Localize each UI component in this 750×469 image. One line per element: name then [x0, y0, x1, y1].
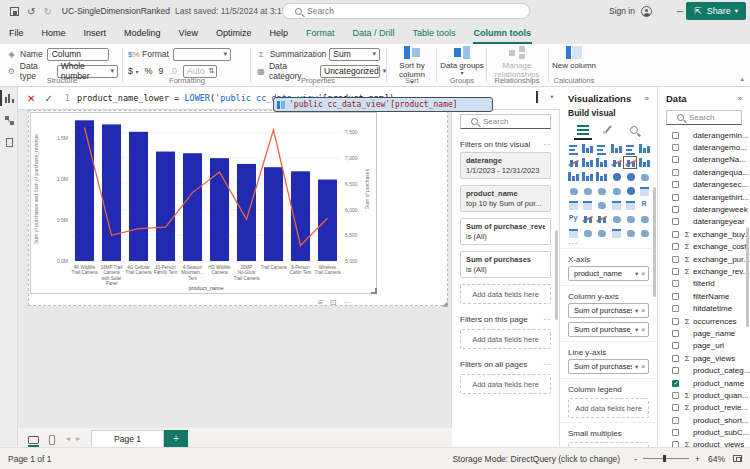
field-checkbox[interactable] — [672, 318, 679, 325]
field-row[interactable]: daterangeweek — [658, 203, 750, 215]
viz-type-icon-funnel-chart[interactable] — [580, 170, 594, 183]
field-checkbox[interactable] — [672, 429, 679, 436]
viz-type-icon-qa[interactable] — [609, 212, 623, 225]
viz-type-icon-azure-map[interactable] — [609, 184, 623, 197]
focus-mode-icon[interactable]: ⊡ — [330, 298, 337, 307]
menu-tab-column-tools[interactable]: Column tools — [465, 22, 541, 44]
field-checkbox[interactable] — [672, 194, 679, 201]
field-row[interactable]: product_short... — [658, 414, 750, 426]
visual-resize-handle[interactable] — [371, 288, 377, 294]
field-row[interactable]: Σproduct_revie... — [658, 402, 750, 414]
viz-type-icon-decomposition-tree[interactable] — [594, 212, 608, 225]
build-visual-icon[interactable] — [573, 122, 593, 138]
pill-chevron-icon[interactable]: ▾ — [635, 270, 638, 278]
manage-relationships-button[interactable]: Manage relationships — [488, 46, 546, 79]
field-row[interactable]: product_categ... — [658, 364, 750, 376]
menu-tab-help[interactable]: Help — [260, 22, 297, 44]
name-field[interactable] — [47, 48, 109, 61]
menu-tab-data-drill[interactable]: Data / Drill — [343, 22, 403, 44]
viz-type-icon-new-card[interactable] — [609, 226, 623, 239]
field-row[interactable]: filterId — [658, 278, 750, 290]
viz-type-icon-key-influencers[interactable] — [580, 212, 594, 225]
next-page-icon[interactable]: ▸ — [76, 434, 80, 443]
field-row[interactable]: hitdatetime — [658, 302, 750, 314]
redo-icon[interactable]: ↻ — [43, 6, 51, 17]
field-row[interactable]: product_name — [658, 377, 750, 389]
add-page-button[interactable]: + — [164, 430, 188, 447]
undo-icon[interactable]: ↺ — [27, 6, 35, 17]
field-row[interactable]: daterangemo... — [658, 141, 750, 153]
add-data-fields-dropzone[interactable]: Add data fields here — [568, 398, 649, 418]
zoom-slider[interactable] — [643, 458, 689, 459]
field-checkbox[interactable] — [672, 330, 679, 337]
field-checkbox[interactable] — [672, 144, 679, 151]
field-checkbox[interactable] — [672, 243, 679, 250]
data-scrollbar[interactable] — [746, 227, 749, 327]
menu-tab-table-tools[interactable]: Table tools — [404, 22, 465, 44]
menu-tab-view[interactable]: View — [170, 22, 207, 44]
report-view-button[interactable] — [0, 87, 18, 109]
field-pill[interactable]: product_name▾× — [568, 266, 649, 281]
more-visuals-icon[interactable]: ··· — [560, 239, 657, 248]
percent-button[interactable]: % — [145, 66, 153, 76]
collapse-ribbon-icon[interactable]: ▴ — [740, 75, 744, 83]
filters-search-input[interactable]: Search — [460, 114, 551, 129]
clear-filters-icon[interactable]: ··· — [543, 315, 551, 324]
viz-type-icon-kpi[interactable] — [580, 198, 594, 211]
pill-chevron-icon[interactable]: ▾ — [635, 363, 638, 371]
menu-tab-optimize[interactable]: Optimize — [207, 22, 261, 44]
viz-type-icon-gauge[interactable] — [623, 184, 637, 197]
field-row[interactable]: product_subC... — [658, 426, 750, 438]
viz-type-icon-slicer[interactable] — [594, 198, 608, 211]
column-bar[interactable] — [102, 124, 121, 261]
viz-type-icon-smart-narrative[interactable] — [623, 212, 637, 225]
filter-card[interactable]: daterange1/1/2023 - 12/31/2023 — [460, 152, 551, 179]
field-checkbox[interactable] — [672, 380, 679, 387]
field-row[interactable]: page_url — [658, 340, 750, 352]
zoom-in-icon[interactable]: + — [695, 454, 700, 464]
filter-card[interactable]: Sum of purchasesis (All) — [460, 251, 551, 278]
viz-type-icon-power-automate[interactable] — [637, 226, 651, 239]
field-checkbox[interactable] — [672, 181, 679, 188]
viz-type-icon-paginated-report[interactable] — [566, 226, 580, 239]
field-checkbox[interactable] — [672, 305, 679, 312]
viz-type-icon-multi-row-card[interactable] — [566, 198, 580, 211]
menu-tab-format[interactable]: Format — [297, 22, 344, 44]
field-row[interactable]: daterangesec... — [658, 179, 750, 191]
viz-type-icon-map[interactable] — [566, 184, 580, 197]
menu-tab-home[interactable]: Home — [33, 22, 75, 44]
new-column-button[interactable]: New column — [550, 46, 598, 70]
add-data-fields-dropzone[interactable]: Add data fields here — [460, 284, 551, 304]
zoom-slider-thumb[interactable] — [663, 455, 666, 462]
combo-chart[interactable]: 0.0M0.5M1.0M1.5M5,0005,5006,0006,5007,00… — [31, 113, 376, 293]
field-row[interactable]: Σexchange_buy... — [658, 228, 750, 240]
viz-type-icon-card[interactable] — [637, 184, 651, 197]
page-resize-handle[interactable]: ◢ — [442, 300, 447, 308]
cancel-formula-icon[interactable]: ✕ — [27, 93, 35, 104]
viz-type-icon-100-stacked-bar-chart[interactable] — [623, 142, 637, 155]
clear-filters-icon[interactable]: ··· — [543, 360, 551, 369]
viz-type-icon-waterfall-chart[interactable] — [566, 170, 580, 183]
autocomplete-suggestion[interactable]: 'public cc_data_view'[product_name] — [289, 100, 458, 109]
column-bar[interactable] — [75, 120, 94, 261]
field-checkbox[interactable] — [672, 417, 679, 424]
format-visual-icon[interactable] — [598, 122, 618, 138]
visualizations-scrollbar[interactable] — [653, 187, 656, 297]
viz-type-icon-treemap[interactable] — [637, 170, 651, 183]
viz-type-icon-metrics[interactable] — [637, 212, 651, 225]
account-avatar-icon[interactable] — [641, 6, 652, 17]
currency-button[interactable]: $ ▾ — [128, 66, 139, 76]
pill-remove-icon[interactable]: × — [641, 307, 645, 314]
field-checkbox[interactable] — [672, 404, 679, 411]
viz-type-icon-area-chart[interactable] — [580, 156, 594, 169]
pill-remove-icon[interactable]: × — [641, 363, 645, 370]
field-row[interactable]: Σproduct_views — [658, 439, 750, 447]
share-button[interactable]: ⇱ Share ▾ — [686, 2, 746, 20]
field-checkbox[interactable] — [672, 342, 679, 349]
combo-chart-visual[interactable]: 0.0M0.5M1.0M1.5M5,0005,5006,0006,5007,00… — [30, 112, 377, 294]
pill-chevron-icon[interactable]: ▾ — [635, 326, 638, 334]
thousands-separator-button[interactable]: 9 — [159, 66, 164, 76]
field-pill[interactable]: Sum of purchases▾× — [568, 303, 649, 318]
data-groups-button[interactable]: Data groups▾ — [440, 46, 484, 77]
field-row[interactable]: daterangemin... — [658, 129, 750, 141]
